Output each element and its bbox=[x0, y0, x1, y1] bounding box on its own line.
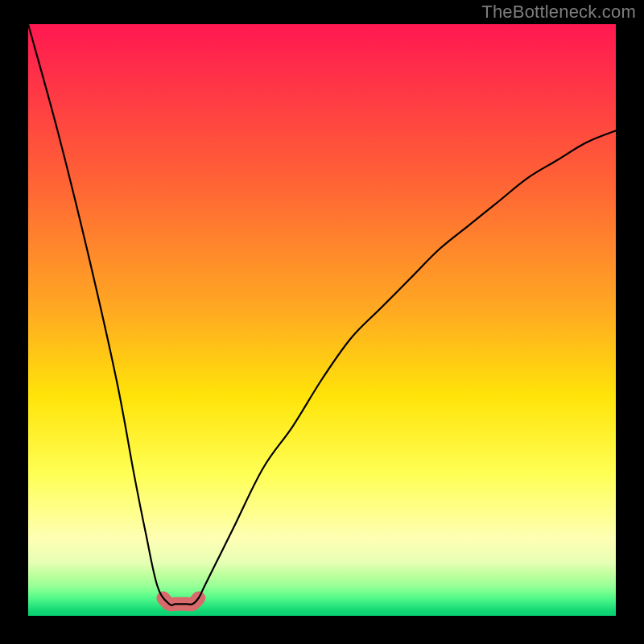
watermark-text: TheBottleneck.com bbox=[481, 2, 636, 23]
plot-area bbox=[28, 24, 616, 616]
bottleneck-curve bbox=[28, 24, 616, 605]
curve-layer bbox=[28, 24, 616, 616]
chart-frame: TheBottleneck.com bbox=[0, 0, 644, 644]
